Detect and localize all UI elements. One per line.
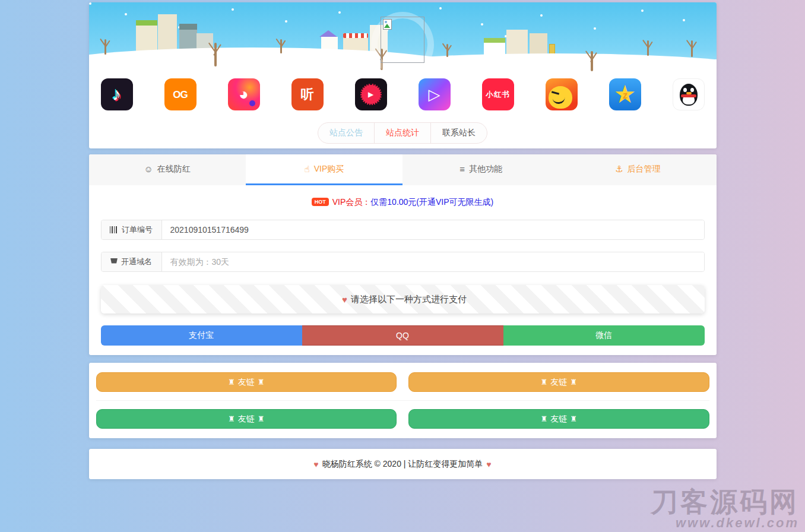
- shop-awning: [343, 33, 368, 38]
- castle-icon: ♜: [541, 378, 548, 387]
- bird-icon: ◕: [239, 86, 249, 103]
- kuaishou-app-icon[interactable]: OG: [164, 78, 197, 110]
- hot-badge: HOT: [312, 198, 329, 206]
- winter-banner-image: [89, 2, 717, 71]
- tab-other-functions[interactable]: ≡ 其他功能: [402, 154, 559, 185]
- copyright-text: 晓杨防红系统 © 2020 | 让防红变得更加简单: [322, 459, 483, 470]
- broken-image-icon: [383, 19, 392, 30]
- tab-admin-panel[interactable]: ⚓ 后台管理: [559, 154, 716, 185]
- tab-vip-purchase[interactable]: ☝ VIP购买: [246, 154, 402, 185]
- tingshu-app-icon[interactable]: 听: [291, 78, 324, 110]
- watermark-title: 刀客源码网: [651, 487, 799, 516]
- bare-tree: [446, 44, 448, 57]
- bare-tree: [691, 40, 693, 57]
- qzone-app-icon[interactable]: ★z: [609, 78, 641, 110]
- contact-webmaster-button[interactable]: 联系站长: [430, 123, 487, 143]
- friend-link-label: 友链: [238, 377, 255, 388]
- friend-links-card: ♜友链♜ ♜友链♜ ♜友链♜ ♜友链♜: [89, 363, 717, 438]
- xiaohongshu-label: 小红书: [486, 91, 510, 99]
- main-card: ☺ 在线防红 ☝ VIP购买 ≡ 其他功能 ⚓ 后台管理 HOTVIP会员：仅需…: [89, 154, 717, 355]
- page-container: ♪ OG ◕ 听 ▶ ▷ 小红书 ★z 站点公告 站点统计 联系站长: [89, 2, 717, 479]
- kuaishou-logo-icon: OG: [173, 90, 187, 100]
- building: [506, 30, 528, 57]
- video-app-icon[interactable]: ▶: [355, 78, 387, 110]
- domain-addon: 开通域名: [102, 252, 162, 271]
- bare-tree: [280, 39, 282, 53]
- order-form: 订单编号 开通域名: [89, 220, 717, 272]
- castle-icon: ♜: [228, 378, 235, 387]
- tab-label: 其他功能: [469, 164, 502, 175]
- domain-input[interactable]: [162, 252, 704, 271]
- barcode-icon: [110, 226, 118, 233]
- domain-row: 开通域名: [101, 252, 705, 272]
- weishi-app-icon[interactable]: ▷: [419, 78, 451, 110]
- friend-link-label: 友链: [550, 377, 567, 388]
- music-note-icon: ♪: [112, 86, 121, 103]
- payment-notice-text: 请选择以下一种方式进行支付: [351, 294, 467, 305]
- castle-icon: ♜: [570, 378, 577, 387]
- building: [484, 38, 505, 55]
- penguin-icon: [680, 84, 698, 106]
- site-stats-button[interactable]: 站点统计: [374, 123, 430, 143]
- order-number-input[interactable]: [162, 220, 704, 239]
- qq-pay-button[interactable]: QQ: [302, 325, 503, 346]
- friend-links-row: ♜友链♜ ♜友链♜: [96, 364, 709, 401]
- thumbs-up-icon: ☝: [305, 164, 310, 175]
- smirk-face-icon: [549, 86, 572, 109]
- order-number-label: 订单编号: [122, 224, 153, 235]
- broken-image-placeholder: [381, 17, 424, 63]
- site-watermark: 刀客源码网 www.dkewl.com: [651, 487, 799, 530]
- heart-icon: ♥: [342, 294, 347, 305]
- tab-label: VIP购买: [314, 164, 344, 175]
- house-roof: [319, 30, 337, 37]
- tab-online-fanghong[interactable]: ☺ 在线防红: [89, 154, 246, 185]
- xiaohongshu-app-icon[interactable]: 小红书: [482, 78, 514, 110]
- cart-icon: [110, 258, 118, 264]
- friend-link-button[interactable]: ♜友链♜: [96, 409, 397, 429]
- play-icon: ▶: [368, 91, 373, 98]
- wechat-pay-button[interactable]: 微信: [503, 325, 705, 346]
- order-number-addon: 订单编号: [102, 220, 162, 239]
- watermark-url: www.dkewl.com: [651, 516, 799, 530]
- qq-app-icon[interactable]: [673, 78, 705, 110]
- penguin-scarf: [681, 94, 696, 97]
- bare-tree: [647, 40, 649, 56]
- list-icon: ≡: [459, 164, 465, 174]
- payment-notice-banner: ♥ 请选择以下一种方式进行支付: [101, 285, 705, 314]
- play-triangle-icon: ▷: [429, 87, 440, 102]
- main-tab-bar: ☺ 在线防红 ☝ VIP购买 ≡ 其他功能 ⚓ 后台管理: [89, 154, 717, 185]
- douyin-app-icon[interactable]: ♪: [101, 78, 133, 110]
- anchor-icon: ⚓: [615, 164, 623, 175]
- vip-promo-line: HOTVIP会员：仅需10.00元(开通VIP可无限生成): [89, 197, 717, 208]
- bare-tree: [214, 43, 217, 66]
- vip-member-label: VIP会员：: [332, 197, 371, 207]
- domain-label: 开通域名: [121, 256, 152, 267]
- site-notice-button[interactable]: 站点公告: [318, 123, 374, 143]
- alipay-button[interactable]: 支付宝: [101, 325, 302, 346]
- bare-tree: [104, 39, 106, 55]
- castle-icon: ♜: [541, 414, 548, 423]
- notice-pill-row: 站点公告 站点统计 联系站长: [89, 122, 717, 144]
- friend-link-label: 友链: [550, 414, 567, 425]
- friend-link-button[interactable]: ♜友链♜: [408, 372, 709, 392]
- bare-tree: [591, 51, 593, 71]
- friend-link-button[interactable]: ♜友链♜: [96, 372, 397, 392]
- heart-icon: ♥: [486, 460, 491, 469]
- pipixia-app-icon[interactable]: [546, 78, 578, 110]
- heart-icon: ♥: [313, 460, 318, 469]
- smiley-icon: ☺: [144, 164, 153, 174]
- tab-label: 后台管理: [627, 164, 661, 175]
- payment-method-row: 支付宝 QQ 微信: [101, 325, 705, 346]
- play-circle-icon: ▶: [360, 84, 382, 105]
- parrot-video-app-icon[interactable]: ◕: [228, 78, 260, 110]
- castle-icon: ♜: [228, 414, 235, 423]
- order-number-row: 订单编号: [101, 220, 705, 240]
- vip-price-text: 仅需10.00元(开通VIP可无限生成): [370, 197, 493, 207]
- tab-label: 在线防红: [157, 164, 191, 175]
- footer-card: ♥ 晓杨防红系统 © 2020 | 让防红变得更加简单 ♥: [89, 449, 717, 479]
- notice-pill-group: 站点公告 站点统计 联系站长: [318, 122, 487, 144]
- friend-links-row: ♜友链♜ ♜友链♜: [96, 401, 709, 437]
- header-card: ♪ OG ◕ 听 ▶ ▷ 小红书 ★z 站点公告 站点统计 联系站长: [89, 2, 717, 148]
- friend-link-button[interactable]: ♜友链♜: [408, 409, 709, 429]
- friend-link-label: 友链: [238, 414, 255, 425]
